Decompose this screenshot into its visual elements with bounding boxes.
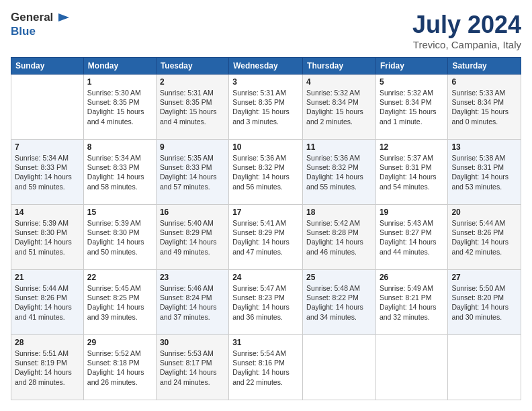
calendar-cell: 14Sunrise: 5:39 AMSunset: 8:30 PMDayligh… (11, 205, 84, 270)
day-info: Sunrise: 5:49 AMSunset: 8:21 PMDaylight:… (380, 283, 444, 322)
calendar-cell: 15Sunrise: 5:39 AMSunset: 8:30 PMDayligh… (83, 205, 156, 270)
day-number: 2 (160, 77, 225, 87)
day-number: 8 (87, 142, 152, 152)
day-info: Sunrise: 5:44 AMSunset: 8:26 PMDaylight:… (15, 283, 80, 322)
logo-block: General Blue (11, 11, 71, 38)
day-number: 7 (15, 142, 80, 152)
day-number: 9 (160, 142, 225, 152)
svg-marker-0 (58, 13, 69, 21)
day-info: Sunrise: 5:31 AMSunset: 8:35 PMDaylight:… (232, 88, 299, 126)
calendar-cell: 24Sunrise: 5:47 AMSunset: 8:23 PMDayligh… (229, 270, 303, 335)
day-number: 25 (306, 273, 372, 282)
day-number: 10 (232, 142, 299, 152)
day-number: 14 (15, 208, 80, 217)
calendar-cell: 2Sunrise: 5:31 AMSunset: 8:35 PMDaylight… (156, 75, 228, 140)
day-info: Sunrise: 5:36 AMSunset: 8:32 PMDaylight:… (232, 153, 299, 191)
calendar-cell: 6Sunrise: 5:33 AMSunset: 8:34 PMDaylight… (448, 75, 521, 140)
calendar-cell (11, 75, 84, 140)
calendar-cell: 27Sunrise: 5:50 AMSunset: 8:20 PMDayligh… (448, 270, 521, 335)
weekday-header-friday: Friday (375, 58, 447, 75)
logo-text: General Blue (11, 11, 71, 38)
calendar-cell: 19Sunrise: 5:43 AMSunset: 8:27 PMDayligh… (375, 205, 447, 270)
day-info: Sunrise: 5:48 AMSunset: 8:22 PMDaylight:… (306, 283, 372, 322)
day-number: 23 (160, 273, 225, 282)
location: Trevico, Campania, Italy (412, 39, 521, 50)
calendar-cell: 5Sunrise: 5:32 AMSunset: 8:34 PMDaylight… (375, 75, 447, 140)
day-number: 5 (380, 77, 444, 87)
calendar-cell: 31Sunrise: 5:54 AMSunset: 8:16 PMDayligh… (229, 335, 303, 400)
calendar-cell (375, 335, 447, 400)
calendar-cell: 10Sunrise: 5:36 AMSunset: 8:32 PMDayligh… (229, 140, 303, 205)
calendar-cell: 8Sunrise: 5:34 AMSunset: 8:33 PMDaylight… (83, 140, 156, 205)
day-number: 11 (306, 142, 372, 152)
day-info: Sunrise: 5:37 AMSunset: 8:31 PMDaylight:… (380, 153, 444, 191)
calendar-cell: 29Sunrise: 5:52 AMSunset: 8:18 PMDayligh… (83, 335, 156, 400)
day-number: 30 (160, 338, 225, 347)
calendar-cell: 9Sunrise: 5:35 AMSunset: 8:33 PMDaylight… (156, 140, 228, 205)
day-number: 19 (380, 208, 444, 217)
day-number: 31 (232, 338, 299, 347)
day-info: Sunrise: 5:54 AMSunset: 8:16 PMDaylight:… (232, 349, 299, 387)
day-info: Sunrise: 5:35 AMSunset: 8:33 PMDaylight:… (160, 153, 225, 191)
day-number: 20 (451, 208, 517, 217)
calendar-cell: 26Sunrise: 5:49 AMSunset: 8:21 PMDayligh… (375, 270, 447, 335)
weekday-header-saturday: Saturday (448, 58, 521, 75)
day-number: 4 (306, 77, 372, 87)
day-info: Sunrise: 5:50 AMSunset: 8:20 PMDaylight:… (451, 283, 517, 322)
day-info: Sunrise: 5:47 AMSunset: 8:23 PMDaylight:… (232, 283, 299, 322)
calendar-cell: 1Sunrise: 5:30 AMSunset: 8:35 PMDaylight… (83, 75, 156, 140)
logo-flag-icon (57, 11, 71, 24)
day-info: Sunrise: 5:32 AMSunset: 8:34 PMDaylight:… (306, 88, 372, 126)
weekday-header-monday: Monday (83, 58, 156, 75)
day-info: Sunrise: 5:51 AMSunset: 8:19 PMDaylight:… (15, 349, 80, 387)
day-info: Sunrise: 5:42 AMSunset: 8:28 PMDaylight:… (306, 218, 372, 257)
calendar-cell (303, 335, 376, 400)
calendar-cell: 3Sunrise: 5:31 AMSunset: 8:35 PMDaylight… (229, 75, 303, 140)
calendar-cell: 13Sunrise: 5:38 AMSunset: 8:31 PMDayligh… (448, 140, 521, 205)
day-number: 15 (87, 208, 152, 217)
calendar-cell: 17Sunrise: 5:41 AMSunset: 8:29 PMDayligh… (229, 205, 303, 270)
week-row-5: 28Sunrise: 5:51 AMSunset: 8:19 PMDayligh… (11, 335, 521, 400)
day-number: 6 (451, 77, 517, 87)
day-number: 24 (232, 273, 299, 282)
day-number: 12 (380, 142, 444, 152)
weekday-header-row: SundayMondayTuesdayWednesdayThursdayFrid… (11, 58, 521, 75)
logo-general: General (11, 11, 53, 24)
day-info: Sunrise: 5:45 AMSunset: 8:25 PMDaylight:… (87, 283, 152, 322)
day-number: 28 (15, 338, 80, 347)
calendar-cell: 23Sunrise: 5:46 AMSunset: 8:24 PMDayligh… (156, 270, 228, 335)
calendar-cell: 21Sunrise: 5:44 AMSunset: 8:26 PMDayligh… (11, 270, 84, 335)
calendar-cell (448, 335, 521, 400)
day-info: Sunrise: 5:44 AMSunset: 8:26 PMDaylight:… (451, 218, 517, 257)
month-year: July 2024 (412, 11, 521, 39)
day-info: Sunrise: 5:32 AMSunset: 8:34 PMDaylight:… (380, 88, 444, 126)
calendar-table: SundayMondayTuesdayWednesdayThursdayFrid… (11, 57, 521, 400)
week-row-1: 1Sunrise: 5:30 AMSunset: 8:35 PMDaylight… (11, 75, 521, 140)
calendar-cell: 20Sunrise: 5:44 AMSunset: 8:26 PMDayligh… (448, 205, 521, 270)
title-block: July 2024 Trevico, Campania, Italy (412, 11, 521, 50)
calendar-cell: 25Sunrise: 5:48 AMSunset: 8:22 PMDayligh… (303, 270, 376, 335)
calendar-cell: 11Sunrise: 5:36 AMSunset: 8:32 PMDayligh… (303, 140, 376, 205)
day-info: Sunrise: 5:52 AMSunset: 8:18 PMDaylight:… (87, 349, 152, 387)
day-number: 18 (306, 208, 372, 217)
calendar-cell: 28Sunrise: 5:51 AMSunset: 8:19 PMDayligh… (11, 335, 84, 400)
logo-blue: Blue (11, 25, 36, 38)
weekday-header-tuesday: Tuesday (156, 58, 228, 75)
day-info: Sunrise: 5:38 AMSunset: 8:31 PMDaylight:… (451, 153, 517, 191)
day-number: 29 (87, 338, 152, 347)
day-number: 16 (160, 208, 225, 217)
day-number: 13 (451, 142, 517, 152)
week-row-2: 7Sunrise: 5:34 AMSunset: 8:33 PMDaylight… (11, 140, 521, 205)
day-info: Sunrise: 5:34 AMSunset: 8:33 PMDaylight:… (87, 153, 152, 191)
day-info: Sunrise: 5:46 AMSunset: 8:24 PMDaylight:… (160, 283, 225, 322)
day-info: Sunrise: 5:33 AMSunset: 8:34 PMDaylight:… (451, 88, 517, 126)
day-info: Sunrise: 5:30 AMSunset: 8:35 PMDaylight:… (87, 88, 152, 126)
day-info: Sunrise: 5:41 AMSunset: 8:29 PMDaylight:… (232, 218, 299, 257)
day-number: 1 (87, 77, 152, 87)
calendar-cell: 22Sunrise: 5:45 AMSunset: 8:25 PMDayligh… (83, 270, 156, 335)
day-number: 3 (232, 77, 299, 87)
day-info: Sunrise: 5:40 AMSunset: 8:29 PMDaylight:… (160, 218, 225, 257)
day-number: 17 (232, 208, 299, 217)
day-info: Sunrise: 5:36 AMSunset: 8:32 PMDaylight:… (306, 153, 372, 191)
weekday-header-wednesday: Wednesday (229, 58, 303, 75)
